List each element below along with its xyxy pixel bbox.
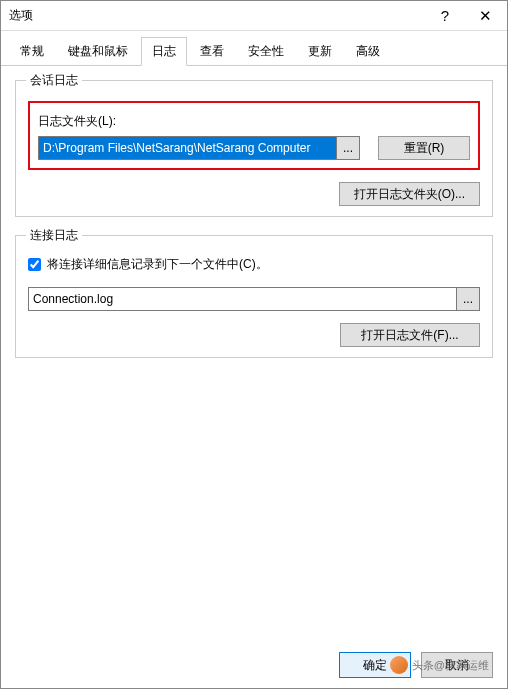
connection-log-checkbox[interactable] bbox=[28, 258, 41, 271]
log-folder-input-wrap: D:\Program Files\NetSarang\NetSarang Com… bbox=[38, 136, 360, 160]
connection-log-title: 连接日志 bbox=[26, 227, 82, 244]
connection-log-checkbox-row: 将连接详细信息记录到下一个文件中(C)。 bbox=[28, 256, 480, 273]
session-log-title: 会话日志 bbox=[26, 72, 82, 89]
tab-content: 会话日志 日志文件夹(L): D:\Program Files\NetSaran… bbox=[1, 66, 507, 390]
help-button[interactable]: ? bbox=[425, 2, 465, 30]
close-button[interactable]: ✕ bbox=[465, 2, 505, 30]
connection-log-checkbox-label: 将连接详细信息记录到下一个文件中(C)。 bbox=[47, 256, 268, 273]
session-log-group: 会话日志 日志文件夹(L): D:\Program Files\NetSaran… bbox=[15, 80, 493, 217]
open-log-file-button[interactable]: 打开日志文件(F)... bbox=[340, 323, 480, 347]
highlight-box: 日志文件夹(L): D:\Program Files\NetSarang\Net… bbox=[28, 101, 480, 170]
tab-view[interactable]: 查看 bbox=[189, 37, 235, 65]
tab-keyboard-mouse[interactable]: 键盘和鼠标 bbox=[57, 37, 139, 65]
log-folder-browse-button[interactable]: ... bbox=[336, 137, 359, 159]
connection-log-browse-button[interactable]: ... bbox=[456, 288, 479, 310]
tab-security[interactable]: 安全性 bbox=[237, 37, 295, 65]
connection-log-file-wrap: Connection.log ... bbox=[28, 287, 480, 311]
tab-log[interactable]: 日志 bbox=[141, 37, 187, 66]
reset-button[interactable]: 重置(R) bbox=[378, 136, 470, 160]
ok-button[interactable]: 确定 bbox=[339, 652, 411, 678]
open-log-folder-button[interactable]: 打开日志文件夹(O)... bbox=[339, 182, 480, 206]
dialog-footer: 确定 取消 bbox=[339, 652, 493, 678]
tab-update[interactable]: 更新 bbox=[297, 37, 343, 65]
connection-log-file-input[interactable]: Connection.log bbox=[29, 288, 456, 310]
log-folder-label: 日志文件夹(L): bbox=[38, 113, 470, 130]
connection-log-group: 连接日志 将连接详细信息记录到下一个文件中(C)。 Connection.log… bbox=[15, 235, 493, 358]
log-folder-input[interactable]: D:\Program Files\NetSarang\NetSarang Com… bbox=[39, 137, 336, 159]
tab-bar: 常规 键盘和鼠标 日志 查看 安全性 更新 高级 bbox=[1, 31, 507, 66]
cancel-button[interactable]: 取消 bbox=[421, 652, 493, 678]
tab-general[interactable]: 常规 bbox=[9, 37, 55, 65]
titlebar: 选项 ? ✕ bbox=[1, 1, 507, 31]
window-title: 选项 bbox=[9, 7, 425, 24]
tab-advanced[interactable]: 高级 bbox=[345, 37, 391, 65]
